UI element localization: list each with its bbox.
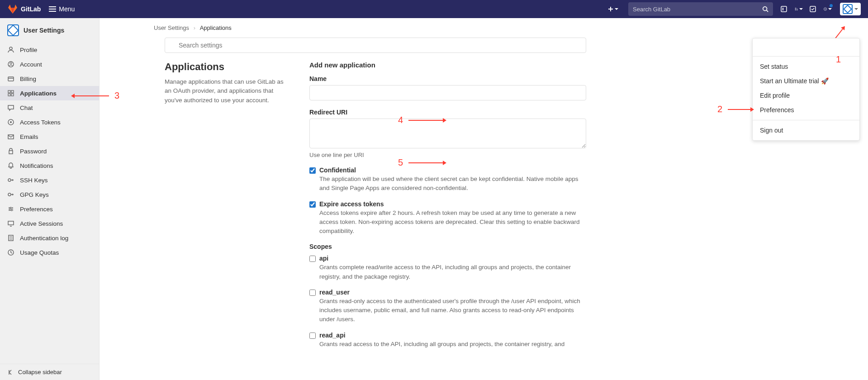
sidebar-item-notifications[interactable]: Notifications bbox=[0, 158, 99, 173]
menu-label: Menu bbox=[59, 5, 75, 13]
billing-icon bbox=[7, 75, 14, 82]
svg-rect-20 bbox=[11, 94, 14, 96]
svg-point-8 bbox=[797, 10, 797, 10]
annotation-2: 2 bbox=[717, 104, 750, 114]
token-icon bbox=[7, 119, 14, 126]
form-title: Add new application bbox=[309, 61, 586, 69]
plus-icon bbox=[607, 6, 614, 12]
gitlab-logo[interactable]: GitLab bbox=[7, 4, 41, 14]
sidebar-item-profile[interactable]: Profile bbox=[0, 43, 99, 57]
sidebar-item-label: GPG Keys bbox=[20, 191, 49, 198]
dropdown-edit-profile[interactable]: Edit profile bbox=[753, 88, 859, 103]
scope-api-label: api bbox=[319, 255, 586, 262]
sidebar-item-label: Account bbox=[20, 61, 42, 68]
monitor-icon bbox=[7, 220, 14, 227]
redirect-uri-input[interactable] bbox=[309, 119, 586, 148]
merge-requests-icon[interactable] bbox=[795, 5, 803, 13]
applications-icon bbox=[7, 90, 14, 97]
quota-icon bbox=[7, 249, 14, 256]
svg-rect-1 bbox=[608, 9, 613, 10]
svg-rect-24 bbox=[9, 151, 13, 154]
chat-icon bbox=[7, 104, 14, 111]
new-button[interactable] bbox=[605, 4, 621, 14]
chevron-down-icon bbox=[615, 8, 618, 10]
scope-api-checkbox[interactable] bbox=[309, 256, 316, 262]
sidebar-item-emails[interactable]: Emails bbox=[0, 129, 99, 144]
chevron-down-icon bbox=[854, 8, 858, 10]
scope-read_user-checkbox[interactable] bbox=[309, 290, 316, 296]
dropdown-set-status[interactable]: Set status bbox=[753, 59, 859, 74]
dropdown-start-trial[interactable]: Start an Ultimate trial 🚀 bbox=[753, 74, 859, 88]
sidebar-item-label: Authentication log bbox=[20, 235, 68, 242]
sidebar-item-label: Applications bbox=[20, 90, 57, 97]
sidebar-item-authentication-log[interactable]: Authentication log bbox=[0, 231, 99, 245]
svg-rect-19 bbox=[8, 94, 10, 96]
user-dropdown: Set status Start an Ultimate trial 🚀 Edi… bbox=[752, 38, 860, 141]
todos-icon[interactable] bbox=[809, 5, 817, 13]
sidebar-item-preferences[interactable]: Preferences bbox=[0, 202, 99, 216]
email-icon bbox=[7, 133, 14, 140]
sidebar-item-label: Usage Quotas bbox=[20, 249, 59, 256]
sidebar-item-label: Profile bbox=[20, 47, 37, 53]
scope-read_user-label: read_user bbox=[319, 289, 586, 296]
sidebar-item-usage-quotas[interactable]: Usage Quotas bbox=[0, 245, 99, 260]
sidebar-nav: ProfileAccountBillingApplicationsChatAcc… bbox=[0, 43, 99, 364]
svg-point-6 bbox=[795, 8, 796, 9]
svg-point-14 bbox=[10, 62, 12, 64]
key-icon bbox=[7, 176, 14, 184]
gitlab-logo-icon bbox=[7, 4, 18, 14]
menu-button[interactable]: Menu bbox=[49, 5, 75, 13]
sidebar-item-password[interactable]: Password bbox=[0, 144, 99, 158]
svg-line-3 bbox=[767, 10, 768, 12]
search-settings-input[interactable] bbox=[165, 38, 586, 53]
page-description: Manage applications that can use GitLab … bbox=[165, 77, 291, 105]
scope-read_api-desc: Grants read access to the API, including… bbox=[319, 340, 586, 349]
profile-icon bbox=[7, 46, 14, 53]
sidebar-item-billing[interactable]: Billing bbox=[0, 71, 99, 86]
sidebar-item-chat[interactable]: Chat bbox=[0, 100, 99, 115]
svg-point-29 bbox=[11, 210, 13, 211]
confidential-checkbox[interactable] bbox=[309, 167, 316, 174]
user-menu-button[interactable] bbox=[840, 3, 861, 15]
svg-rect-15 bbox=[8, 77, 14, 81]
hamburger-icon bbox=[49, 5, 56, 13]
svg-point-7 bbox=[795, 10, 796, 10]
sidebar-header[interactable]: User Settings bbox=[0, 18, 99, 43]
svg-point-2 bbox=[763, 7, 767, 11]
help-icon[interactable]: ? bbox=[824, 5, 832, 13]
issues-icon[interactable] bbox=[780, 5, 788, 13]
collapse-sidebar-button[interactable]: Collapse sidebar bbox=[0, 364, 99, 380]
dropdown-sign-out[interactable]: Sign out bbox=[753, 123, 859, 138]
search-input[interactable] bbox=[633, 6, 762, 13]
svg-rect-30 bbox=[8, 221, 14, 225]
sidebar-item-ssh-keys[interactable]: SSH Keys bbox=[0, 173, 99, 187]
sidebar-item-label: Emails bbox=[20, 133, 38, 140]
sidebar-item-gpg-keys[interactable]: GPG Keys bbox=[0, 187, 99, 202]
lock-icon bbox=[7, 147, 14, 155]
expire-tokens-checkbox[interactable] bbox=[309, 201, 316, 208]
sidebar-item-applications[interactable]: Applications bbox=[0, 86, 99, 100]
svg-point-27 bbox=[10, 207, 12, 209]
dropdown-preferences[interactable]: Preferences bbox=[753, 103, 859, 117]
scope-read_api-checkbox[interactable] bbox=[309, 332, 316, 339]
global-search[interactable] bbox=[628, 2, 773, 16]
sidebar-item-account[interactable]: Account bbox=[0, 57, 99, 71]
sidebar-item-active-sessions[interactable]: Active Sessions bbox=[0, 216, 99, 231]
confidential-label: Confidential bbox=[319, 166, 586, 174]
list-icon bbox=[7, 234, 14, 242]
nav-icons-group: ? bbox=[780, 5, 832, 13]
brand-text: GitLab bbox=[21, 5, 41, 13]
sidebar-item-access-tokens[interactable]: Access Tokens bbox=[0, 115, 99, 129]
top-navigation: GitLab Menu ? bbox=[0, 0, 868, 18]
sidebar-item-label: SSH Keys bbox=[20, 177, 48, 184]
name-input[interactable] bbox=[309, 85, 586, 100]
account-icon bbox=[7, 61, 14, 68]
confidential-desc: The application will be used where the c… bbox=[319, 175, 586, 193]
page-title: Applications bbox=[165, 61, 291, 73]
bell-icon bbox=[7, 162, 14, 169]
breadcrumb-parent[interactable]: User Settings bbox=[154, 24, 189, 31]
sidebar: User Settings ProfileAccountBillingAppli… bbox=[0, 18, 100, 380]
svg-rect-5 bbox=[783, 8, 783, 10]
sidebar-title: User Settings bbox=[24, 27, 64, 34]
expire-tokens-label: Expire access tokens bbox=[319, 200, 586, 208]
